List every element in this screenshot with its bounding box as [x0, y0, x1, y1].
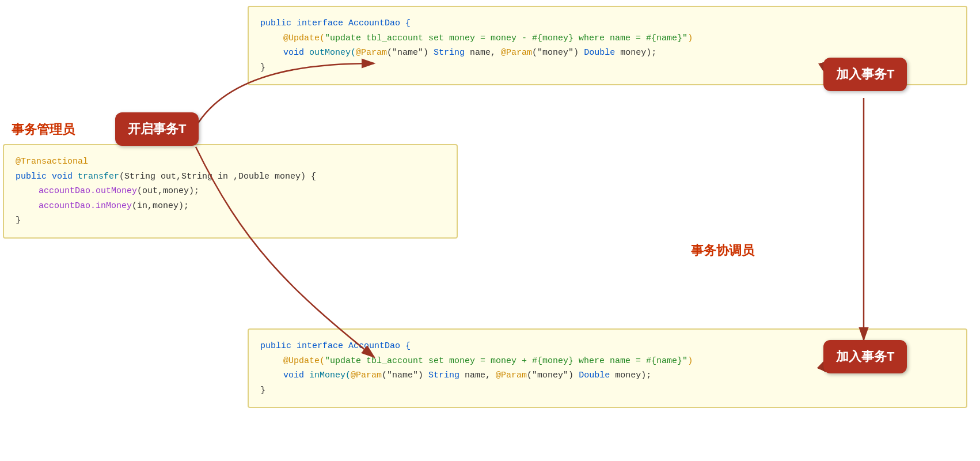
top-money1: money); — [615, 48, 656, 58]
bottom-double1: Double — [579, 371, 610, 380]
bottom-update-string: "update tbl_account set money = money + … — [325, 356, 687, 366]
transaction-manager-label: 事务管理员 — [12, 121, 75, 138]
top-close-brace: } — [260, 63, 265, 73]
left-outmoney-call: accountDao.outMoney — [39, 186, 137, 196]
top-double1: Double — [584, 48, 615, 58]
top-void: void — [283, 48, 309, 58]
top-code-line2: @Update("update tbl_account set money = … — [260, 31, 955, 46]
left-params: (String out,String in ,Double money) { — [119, 172, 316, 182]
top-param1-ann: @Param — [356, 48, 387, 58]
bottom-close-brace: } — [260, 386, 265, 395]
top-param2-ann: @Param — [501, 48, 532, 58]
top-line1: public interface AccountDao { — [260, 18, 411, 28]
left-public: public — [16, 172, 52, 182]
left-line1: @Transactional — [16, 154, 445, 169]
top-code-line1: public interface AccountDao { — [260, 16, 955, 31]
left-transactional: @Transactional — [16, 157, 88, 167]
left-transfer: transfer — [78, 172, 119, 182]
bottom-param2-val: ("money") — [527, 371, 579, 380]
top-name1: name, — [465, 48, 501, 58]
bottom-param1-ann: @Param — [351, 371, 382, 380]
top-string1: String — [434, 48, 465, 58]
transaction-coordinator-text: 事务协调员 — [691, 243, 754, 258]
bottom-string1: String — [428, 371, 459, 380]
bottom-line4: } — [260, 383, 955, 398]
bottom-annotation: @Update( — [283, 356, 325, 366]
bottom-money1: money); — [610, 371, 651, 380]
bottom-void: void — [283, 371, 309, 380]
left-outmoney-args: (out,money); — [137, 186, 199, 196]
left-line4: accountDao.inMoney(in,money); — [16, 199, 445, 214]
top-param2-val: ("money") — [532, 48, 584, 58]
join-transaction-top-label: 加入事务T — [836, 67, 894, 81]
left-line5: } — [16, 213, 445, 228]
open-transaction-badge: 开启事务T — [115, 112, 199, 146]
join-transaction-bottom-label: 加入事务T — [836, 349, 894, 364]
bottom-param1-val: ("name") — [382, 371, 428, 380]
open-transaction-label: 开启事务T — [128, 122, 186, 136]
bottom-interface: public interface AccountDao { — [260, 341, 411, 351]
left-close-brace: } — [16, 216, 21, 225]
bottom-param2-ann: @Param — [496, 371, 527, 380]
top-param1-val: ("name") — [387, 48, 434, 58]
top-outmoney: outMoney( — [309, 48, 356, 58]
left-line2: public void transfer(String out,String i… — [16, 169, 445, 184]
top-close: ) — [687, 33, 693, 43]
join-transaction-bottom-badge: 加入事务T — [823, 340, 907, 373]
top-annotation: @Update( — [283, 33, 325, 43]
left-line3: accountDao.outMoney(out,money); — [16, 184, 445, 199]
left-inmoney-args: (in,money); — [132, 201, 189, 211]
top-update-string: "update tbl_account set money = money - … — [325, 33, 687, 43]
bottom-name1: name, — [459, 371, 496, 380]
transaction-coordinator-label: 事务协调员 — [691, 242, 754, 259]
left-inmoney-call: accountDao.inMoney — [39, 201, 132, 211]
left-code-box: @Transactional public void transfer(Stri… — [3, 144, 458, 239]
join-transaction-top-badge: 加入事务T — [823, 58, 907, 91]
transaction-manager-text: 事务管理员 — [12, 122, 75, 137]
bottom-inmoney: inMoney( — [309, 371, 351, 380]
bottom-close: ) — [687, 356, 693, 366]
left-void: void — [52, 172, 78, 182]
